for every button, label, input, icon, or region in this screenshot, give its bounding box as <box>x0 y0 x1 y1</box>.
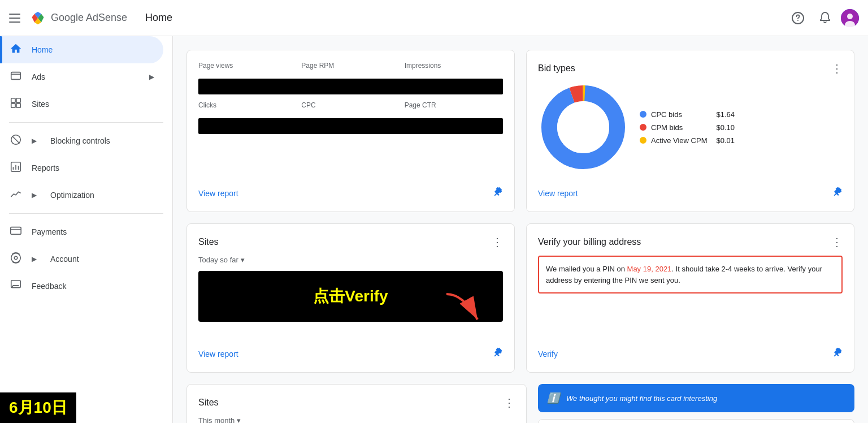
verify-billing-footer: Verify <box>538 347 843 361</box>
sidebar-item-sites-label: Sites <box>32 100 49 109</box>
svg-rect-9 <box>16 103 20 107</box>
impressions-col: Impressions <box>405 62 503 72</box>
verify-link[interactable]: Verify <box>538 349 558 359</box>
svg-rect-8 <box>11 103 15 107</box>
page-title: Home <box>145 12 172 24</box>
sites-month-menu[interactable]: ⋮ <box>504 396 515 409</box>
bid-types-menu-icon[interactable]: ⋮ <box>831 62 843 75</box>
svg-point-15 <box>11 253 21 262</box>
payments-icon <box>9 225 23 240</box>
verify-billing-date: May 19, 2021 <box>627 265 672 273</box>
donut-container: CPC bids $1.64 CPM bids $0.10 Active Vie… <box>538 82 843 172</box>
sidebar-item-feedback[interactable]: Feedback <box>0 273 163 300</box>
clicks-label: Clicks <box>198 101 297 109</box>
svg-rect-13 <box>11 227 21 234</box>
sidebar-item-home-label: Home <box>32 45 53 54</box>
sidebar-item-payments-label: Payments <box>32 227 67 236</box>
svg-point-3 <box>847 14 853 19</box>
page-ctr-label: Page CTR <box>405 101 503 109</box>
clicks-col: Clicks <box>198 101 297 111</box>
page-views-col: Page views <box>198 62 297 72</box>
app-header: Google AdSense Home <box>0 0 868 36</box>
optimization-expand-left: ▶ <box>32 191 37 199</box>
ads-expand-icon: ▶ <box>149 73 154 81</box>
sites-today-pin-icon[interactable] <box>492 347 503 361</box>
cpc-label: CPC bids <box>651 110 707 119</box>
sites-today-image: 点击Verify <box>198 271 503 322</box>
hamburger-menu-icon[interactable] <box>9 14 20 23</box>
sidebar-item-sites[interactable]: Sites <box>0 90 163 118</box>
earnings-redacted-bar-1 <box>198 79 503 94</box>
earnings-view-report[interactable]: View report <box>198 189 238 198</box>
sites-today-menu[interactable]: ⋮ <box>492 235 503 249</box>
sites-month-header: Sites ⋮ <box>198 396 515 409</box>
sites-today-header: Sites ⋮ <box>198 235 503 249</box>
bid-types-pin-icon[interactable] <box>831 186 843 200</box>
sidebar-item-blocking-controls[interactable]: ▶ Blocking controls <box>0 127 163 154</box>
legend-item-activeview: Active View CPM $0.01 <box>640 136 735 145</box>
info-banner: ℹ️ We thought you might find this card i… <box>538 384 854 412</box>
earnings-stats-bottom: Clicks CPC Page CTR <box>198 101 503 111</box>
svg-point-20 <box>557 101 609 153</box>
nav-divider-1 <box>9 122 163 123</box>
cpc-value: $1.64 <box>716 110 735 119</box>
sidebar-item-ads[interactable]: Ads ▶ <box>0 63 163 90</box>
sites-month-title: Sites <box>198 398 219 408</box>
logo-container: Google AdSense <box>29 10 127 27</box>
earnings-card-footer: View report <box>198 186 503 200</box>
cpc-label: CPC <box>301 101 400 109</box>
sites-today-view-report[interactable]: View report <box>198 349 238 359</box>
sidebar-item-feedback-label: Feedback <box>32 282 66 291</box>
activeview-label: Active View CPM <box>651 136 707 145</box>
earnings-pin-icon[interactable] <box>492 186 503 200</box>
sidebar-item-optimization[interactable]: ▶ Optimization <box>0 182 163 209</box>
ads-icon <box>9 70 23 85</box>
earnings-redacted-bar-2 <box>198 118 503 134</box>
verify-billing-menu[interactable]: ⋮ <box>831 235 843 249</box>
page-rpm-label: Page RPM <box>301 62 400 70</box>
sites-icon <box>9 97 23 112</box>
sites-annotation-text: 点击Verify <box>313 286 388 307</box>
info-banner-text: We thought you might find this card inte… <box>566 394 717 403</box>
account-icon <box>9 252 23 267</box>
info-icon: ℹ️ <box>547 392 559 404</box>
verify-billing-message: We mailed you a PIN on May 19, 2021. It … <box>538 256 843 293</box>
red-arrow-icon <box>441 288 486 322</box>
sites-month-subtitle[interactable]: This month ▾ <box>198 416 515 423</box>
legend-item-cpm: CPM bids $0.10 <box>640 123 735 132</box>
bid-types-header: Bid types ⋮ <box>538 62 843 75</box>
notifications-button[interactable] <box>814 7 836 29</box>
bottom-date-annotation: 6月10日 <box>0 392 76 423</box>
cards-row-1: Page views Page RPM Impressions Clicks <box>186 50 854 212</box>
sites-today-subtitle[interactable]: Today so far ▾ <box>198 256 503 264</box>
sites-today-footer: View report <box>198 347 503 361</box>
cpc-col: CPC <box>301 101 400 111</box>
avatar[interactable] <box>841 9 859 27</box>
bid-types-legend: CPC bids $1.64 CPM bids $0.10 Active Vie… <box>640 110 735 145</box>
svg-point-14 <box>14 256 18 260</box>
sidebar-item-home[interactable]: Home <box>0 36 163 63</box>
adsense-logo-icon <box>29 10 46 27</box>
sidebar-item-blocking-controls-label: Blocking controls <box>50 136 110 145</box>
optimization-card: Optimization ⋮ We analyzed your sites an… <box>538 419 854 423</box>
verify-billing-header: Verify your billing address ⋮ <box>538 235 843 249</box>
help-button[interactable] <box>787 7 809 29</box>
nav-divider-2 <box>9 213 163 214</box>
sites-month-card: Sites ⋮ This month ▾ <box>186 384 527 423</box>
cpm-dot <box>640 124 646 131</box>
sidebar-item-account[interactable]: ▶ Account <box>0 245 163 273</box>
header-actions <box>787 7 859 29</box>
verify-billing-pin-icon[interactable] <box>831 347 843 361</box>
earnings-card: Page views Page RPM Impressions Clicks <box>186 50 515 212</box>
sidebar-item-account-label: Account <box>50 254 79 264</box>
earnings-stats-top: Page views Page RPM Impressions <box>198 62 503 72</box>
account-expand-left: ▶ <box>32 255 37 263</box>
svg-rect-7 <box>16 98 20 102</box>
sidebar-item-reports[interactable]: Reports <box>0 154 163 182</box>
cpm-label: CPM bids <box>651 123 707 132</box>
svg-rect-6 <box>11 98 15 102</box>
bid-types-view-report[interactable]: View report <box>538 189 578 198</box>
sidebar-item-payments[interactable]: Payments <box>0 218 163 245</box>
home-icon <box>9 42 23 58</box>
sites-today-title: Sites <box>198 237 219 247</box>
